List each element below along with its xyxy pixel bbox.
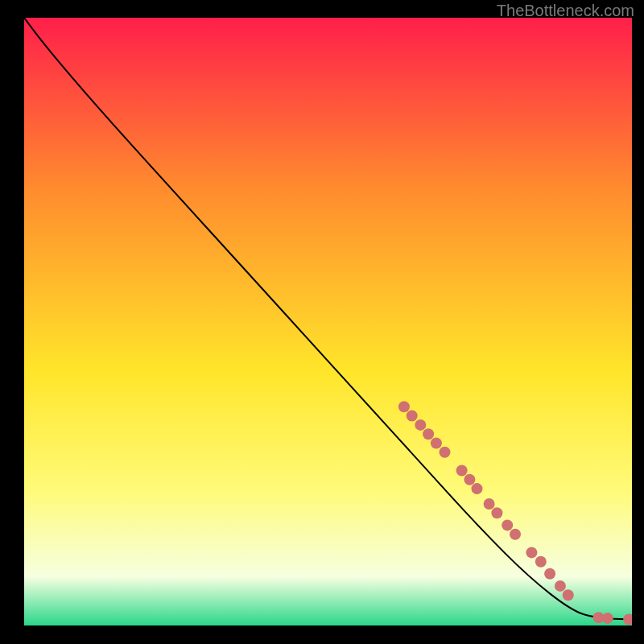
chart-marker bbox=[544, 568, 555, 580]
chart-background bbox=[24, 18, 632, 625]
chart-marker bbox=[440, 447, 451, 458]
chart-marker bbox=[563, 589, 574, 601]
chart-marker bbox=[472, 483, 483, 494]
chart-marker bbox=[484, 498, 495, 510]
chart-marker bbox=[398, 401, 410, 412]
chart-marker bbox=[415, 419, 426, 431]
watermark-text: TheBottleneck.com bbox=[497, 2, 634, 20]
chart-marker bbox=[526, 547, 537, 558]
chart-marker bbox=[491, 507, 502, 518]
chart-marker bbox=[431, 438, 442, 449]
chart-marker bbox=[407, 411, 418, 422]
chart-marker bbox=[423, 428, 434, 440]
chart-marker bbox=[555, 580, 566, 592]
chart-marker bbox=[602, 613, 613, 624]
chart-marker bbox=[456, 465, 468, 477]
chart-plot bbox=[24, 18, 632, 625]
chart-marker bbox=[502, 519, 513, 530]
chart-marker bbox=[535, 556, 547, 568]
chart-marker bbox=[510, 529, 521, 540]
chart-marker bbox=[464, 474, 475, 485]
